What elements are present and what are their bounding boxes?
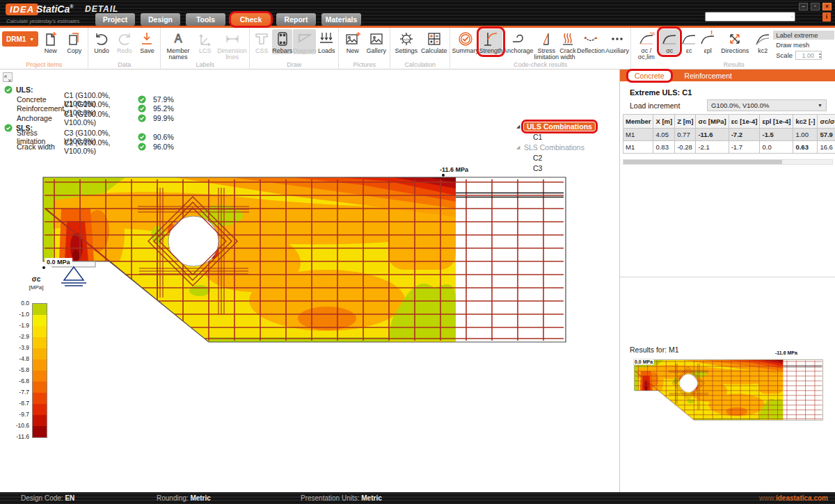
legend-tick: -7.7: [4, 389, 29, 396]
settings-button[interactable]: </> Settings: [392, 29, 420, 54]
table-row[interactable]: M14.05 0.77-11.6 -7.2-1.5 1.0057.9: [623, 129, 835, 141]
redo-button: Redo: [113, 29, 136, 54]
lcs-button: LCS: [194, 29, 216, 54]
tab-tools[interactable]: Tools: [186, 13, 225, 26]
table-row[interactable]: M10.83 -0.28-2.1 -1.70.0 0.6316.6: [623, 141, 835, 154]
undo-button[interactable]: Undo: [90, 29, 113, 54]
ribbon: DRM1▼ New Copy Project items Undo: [0, 28, 835, 70]
epsilon-pl-icon: !: [699, 31, 716, 47]
sigma-c-result-button[interactable]: σc: [660, 29, 679, 54]
design-code-value: EN: [65, 494, 74, 502]
legend-tick: -3.9: [4, 344, 29, 351]
member-names-icon: A: [170, 31, 186, 47]
maximize-button[interactable]: ▫: [811, 3, 820, 10]
strength-result-button[interactable]: Strength: [479, 29, 502, 54]
close-button[interactable]: x: [822, 3, 832, 10]
new-page-icon: [42, 31, 59, 47]
draw-mesh-toggle[interactable]: Draw mesh: [773, 40, 834, 49]
expand-view-button[interactable]: [3, 72, 13, 82]
extremes-table: MemberX [m] Z [m]σc [MPa] εc [1e-4]εpl […: [623, 114, 835, 154]
tree-item-c1[interactable]: C1: [524, 133, 542, 141]
new-picture-button[interactable]: New: [341, 29, 364, 54]
website-link[interactable]: www.ideastatica.com: [759, 494, 828, 502]
deflection-result-button[interactable]: Deflection: [577, 29, 605, 54]
summary-result-button[interactable]: Summary: [452, 29, 479, 54]
crack-width-result-button[interactable]: Crack width: [559, 29, 576, 61]
tree-item-c2[interactable]: C2: [524, 154, 542, 162]
save-button[interactable]: Save: [136, 29, 159, 54]
tree-item-uls-combinations[interactable]: ULS Combinations: [524, 122, 595, 131]
tab-concrete[interactable]: Concrete: [628, 71, 671, 81]
check-ok-icon: [4, 86, 13, 94]
extreme-title: Extreme ULS: C1: [630, 88, 692, 97]
copy-button[interactable]: Copy: [63, 29, 86, 54]
summary-row-anchorage[interactable]: AnchorageC1 (G100.0%, V100.0%) 99.9%: [4, 113, 174, 123]
minimize-button[interactable]: –: [799, 3, 808, 10]
tree-expander-icon[interactable]: ◢: [516, 145, 524, 150]
summary-check-icon: [456, 31, 475, 47]
legend-tick: -10.6: [4, 422, 29, 429]
gallery-button[interactable]: Gallery: [365, 29, 388, 54]
svg-text:!: !: [710, 31, 713, 38]
crack-width-icon: [559, 31, 576, 47]
info-button[interactable]: i: [822, 13, 831, 22]
check-ok-icon: [138, 104, 146, 113]
mini-stress-plot[interactable]: [633, 356, 825, 423]
results-options: Label extreme Draw mesh Scale ▲▼: [773, 29, 834, 60]
legend-tick: -4.8: [4, 355, 29, 362]
results-panel-tabs: Concrete Reinforcement: [620, 70, 835, 81]
module-name: DETAIL: [85, 4, 118, 14]
member-names-button[interactable]: A Member names: [163, 29, 193, 61]
summary-row-crack-width[interactable]: Crack widthC2 (G100.0%, V100.0%) 96.0%: [4, 142, 174, 152]
sigma-ratio-result-button[interactable]: % σc / σc,lim: [633, 29, 659, 61]
sigma-c-icon: [661, 31, 678, 47]
anchorage-result-button[interactable]: Anchorage: [503, 29, 534, 54]
ribbon-group-project-items: DRM1▼ New Copy Project items: [0, 28, 88, 70]
tree-expander-icon[interactable]: ◢: [516, 124, 524, 129]
stress-contour-plot[interactable]: [0, 167, 578, 353]
label-extreme-toggle[interactable]: Label extreme: [773, 31, 834, 40]
tab-design[interactable]: Design: [141, 13, 180, 26]
brand-name: StatiCa®: [36, 3, 73, 15]
directions-result-button[interactable]: Directions: [717, 29, 752, 54]
check-ok-icon: [138, 114, 146, 122]
tab-project[interactable]: Project: [95, 13, 135, 26]
new-project-item-button[interactable]: New: [39, 29, 62, 54]
tab-check[interactable]: Check: [231, 13, 271, 26]
title-bar: IDEA StatiCa® DETAIL Calculate yesterday…: [0, 0, 835, 28]
tab-materials[interactable]: Materials: [321, 13, 361, 26]
ribbon-group-code-check-results: Summary Strength Anchorage Stress limita…: [450, 28, 631, 70]
new-picture-icon: [344, 31, 361, 47]
epsilon-c-result-button[interactable]: εc: [680, 29, 698, 54]
kc2-result-button[interactable]: kc2: [753, 29, 772, 54]
app-window: IDEA StatiCa® DETAIL Calculate yesterday…: [0, 0, 835, 504]
ribbon-group-pictures: New Gallery Pictures: [339, 28, 390, 70]
scale-spinner[interactable]: ▲▼: [818, 52, 822, 58]
ribbon-group-labels: A Member names LCS Dimension lines Label…: [161, 28, 250, 70]
tab-reinforcement[interactable]: Reinforcement: [685, 72, 732, 80]
ribbon-group-data: Undo Redo Save Data: [88, 28, 161, 70]
tab-report[interactable]: Report: [276, 13, 316, 26]
auxiliary-result-button[interactable]: Auxiliary: [605, 29, 629, 54]
loads-toggle[interactable]: Loads: [317, 29, 336, 54]
epsilon-pl-result-button[interactable]: ! εpl: [699, 29, 717, 54]
expand-arrows-icon: [3, 74, 12, 83]
search-input[interactable]: [706, 13, 791, 20]
legend-tick: -1.0: [4, 311, 29, 318]
load-increment-dropdown[interactable]: G100.0%, V100.0% ▼: [707, 99, 827, 111]
tree-item-sls-combinations[interactable]: SLS Combinations: [524, 143, 584, 152]
stress-limitation-result-button[interactable]: Stress limitation: [534, 29, 559, 61]
rebars-toggle[interactable]: Rebars: [272, 29, 292, 54]
undo-icon: [93, 31, 110, 47]
search-box[interactable]: [705, 12, 795, 22]
calculate-button[interactable]: Calculate: [420, 29, 447, 54]
table-horizontal-scrollbar[interactable]: [623, 159, 833, 165]
table-header-row: MemberX [m] Z [m]σc [MPa] εc [1e-4]εpl […: [623, 115, 835, 129]
directions-icon: [726, 31, 743, 47]
ribbon-group-draw: CSS Rebars Diagram Loads Draw: [250, 28, 339, 70]
idea-logo: IDEA: [6, 3, 38, 15]
project-item-selector[interactable]: DRM1▼: [2, 31, 38, 47]
main-canvas[interactable]: ULS: ConcreteC1 (G100.0%, V100.0%) 57.9%…: [0, 70, 619, 492]
legend-tick: -8.7: [4, 400, 29, 407]
kc2-icon: [754, 31, 771, 47]
